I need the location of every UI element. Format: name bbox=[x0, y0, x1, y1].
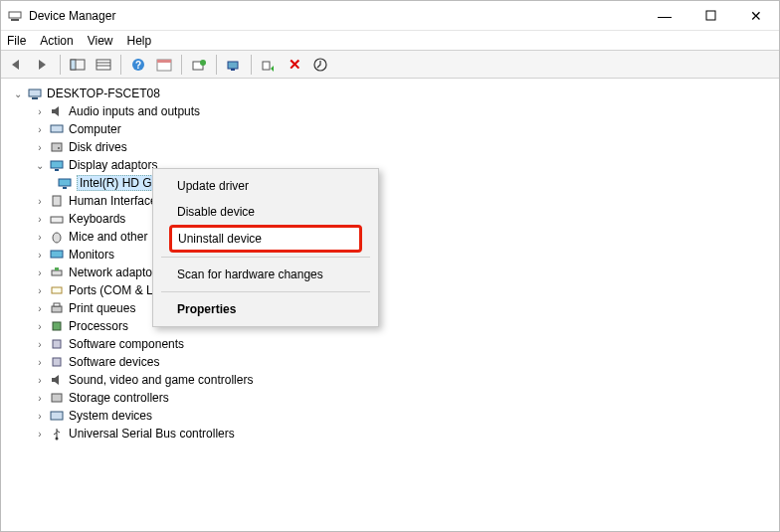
svg-rect-16 bbox=[263, 62, 270, 70]
toolbar-separator bbox=[216, 55, 217, 75]
chevron-right-icon[interactable]: › bbox=[33, 212, 47, 226]
tree-item-mice[interactable]: › Mice and other bbox=[5, 228, 779, 246]
window-controls: — ✕ bbox=[642, 1, 779, 31]
menu-file[interactable]: File bbox=[7, 34, 26, 48]
tree-item-display-adaptors[interactable]: ⌄ Display adaptors bbox=[5, 156, 779, 174]
uninstall-device-button[interactable]: ✕ bbox=[283, 54, 306, 76]
hid-icon bbox=[49, 193, 65, 209]
tree-item-hid[interactable]: › Human Interface bbox=[5, 192, 779, 210]
chevron-right-icon[interactable]: › bbox=[33, 230, 47, 244]
chevron-right-icon[interactable]: › bbox=[33, 194, 47, 208]
update-driver-button[interactable] bbox=[222, 54, 246, 76]
usb-icon bbox=[49, 426, 65, 442]
disk-icon bbox=[49, 139, 65, 155]
svg-rect-34 bbox=[52, 306, 62, 312]
tree-item-label: Mice and other bbox=[69, 230, 147, 244]
chevron-down-icon[interactable]: ⌄ bbox=[33, 158, 47, 172]
menu-view[interactable]: View bbox=[88, 34, 113, 48]
chevron-right-icon[interactable]: › bbox=[33, 409, 47, 423]
chevron-right-icon[interactable]: › bbox=[33, 355, 47, 369]
properties-button[interactable] bbox=[92, 54, 115, 76]
chevron-right-icon[interactable]: › bbox=[33, 301, 47, 315]
context-menu-separator bbox=[161, 291, 370, 292]
tree-item-label: Network adapto bbox=[69, 266, 152, 279]
tree-item-label: Software components bbox=[69, 337, 184, 351]
monitor-icon bbox=[49, 247, 65, 263]
chevron-right-icon[interactable]: › bbox=[33, 391, 47, 405]
tree-item-computer[interactable]: › Computer bbox=[5, 120, 779, 138]
toolbar-separator bbox=[181, 55, 182, 75]
help-button[interactable]: ? bbox=[126, 54, 150, 76]
svg-rect-36 bbox=[53, 322, 61, 330]
chevron-right-icon[interactable]: › bbox=[33, 122, 47, 136]
chevron-right-icon[interactable]: › bbox=[33, 373, 47, 387]
tree-item-processors[interactable]: › Processors bbox=[5, 317, 779, 335]
svg-rect-28 bbox=[51, 217, 63, 223]
chevron-down-icon[interactable]: ⌄ bbox=[11, 87, 25, 100]
ctx-update-driver[interactable]: Update driver bbox=[155, 173, 376, 199]
svg-rect-33 bbox=[52, 287, 62, 293]
chevron-right-icon[interactable]: › bbox=[33, 337, 47, 351]
tree-item-monitors[interactable]: › Monitors bbox=[5, 246, 779, 264]
tree-item-usb[interactable]: › Universal Serial Bus controllers bbox=[5, 425, 779, 443]
tree-item-label: Storage controllers bbox=[69, 391, 169, 405]
chevron-right-icon[interactable]: › bbox=[33, 319, 47, 333]
tree-item-label: Disk drives bbox=[69, 140, 127, 154]
system-icon bbox=[49, 408, 65, 424]
tree-item-intel-hd-graphics[interactable]: Intel(R) HD Graphics 510 bbox=[5, 174, 779, 192]
printer-icon bbox=[49, 300, 65, 316]
action-button[interactable] bbox=[308, 54, 332, 76]
svg-rect-40 bbox=[51, 412, 63, 420]
tree-item-disk-drives[interactable]: › Disk drives bbox=[5, 138, 779, 156]
tree-root[interactable]: ⌄ DESKTOP-FSCET08 bbox=[5, 85, 779, 102]
minimize-button[interactable]: — bbox=[642, 1, 687, 31]
svg-point-41 bbox=[56, 438, 59, 441]
svg-rect-39 bbox=[52, 394, 62, 402]
tree-item-label: Universal Serial Bus controllers bbox=[69, 427, 235, 441]
disable-device-button[interactable] bbox=[257, 54, 281, 76]
toolbar: ? ✕ bbox=[1, 51, 779, 79]
tree-item-print-queues[interactable]: › Print queues bbox=[5, 299, 779, 317]
tree-item-storage[interactable]: › Storage controllers bbox=[5, 389, 779, 407]
tree-item-software-devices[interactable]: › Software devices bbox=[5, 353, 779, 371]
tree-item-software-components[interactable]: › Software components bbox=[5, 335, 779, 353]
toolbar-separator bbox=[60, 55, 61, 75]
component-icon bbox=[49, 354, 65, 370]
component-icon bbox=[49, 336, 65, 352]
back-button[interactable] bbox=[5, 54, 29, 76]
forward-button[interactable] bbox=[31, 54, 55, 76]
tree-item-label: Software devices bbox=[69, 355, 159, 369]
svg-rect-26 bbox=[63, 187, 67, 189]
show-hide-console-button[interactable] bbox=[66, 54, 90, 76]
tree-item-audio[interactable]: › Audio inputs and outputs bbox=[5, 102, 779, 120]
calendar-button[interactable] bbox=[152, 54, 176, 76]
chevron-right-icon[interactable]: › bbox=[33, 140, 47, 154]
device-tree[interactable]: ⌄ DESKTOP-FSCET08 › Audio inputs and out… bbox=[1, 79, 779, 532]
chevron-right-icon[interactable]: › bbox=[33, 248, 47, 262]
ctx-uninstall-device[interactable]: Uninstall device bbox=[169, 225, 362, 253]
keyboard-icon bbox=[49, 211, 65, 227]
tree-item-system-devices[interactable]: › System devices bbox=[5, 407, 779, 425]
tree-item-sound[interactable]: › Sound, video and game controllers bbox=[5, 371, 779, 389]
ctx-scan-hardware[interactable]: Scan for hardware changes bbox=[155, 262, 376, 287]
storage-icon bbox=[49, 390, 65, 406]
tree-item-ports[interactable]: › Ports (COM & L bbox=[5, 281, 779, 299]
ctx-properties[interactable]: Properties bbox=[155, 296, 376, 322]
chevron-right-icon[interactable]: › bbox=[33, 266, 47, 279]
tree-item-keyboards[interactable]: › Keyboards bbox=[5, 210, 779, 228]
close-button[interactable]: ✕ bbox=[733, 1, 779, 31]
tree-item-label: Display adaptors bbox=[69, 158, 157, 172]
chevron-right-icon[interactable]: › bbox=[33, 283, 47, 297]
tree-item-network[interactable]: › Network adapto bbox=[5, 264, 779, 281]
tree-item-label: Ports (COM & L bbox=[69, 283, 153, 297]
chevron-right-icon[interactable]: › bbox=[33, 427, 47, 441]
svg-rect-38 bbox=[53, 358, 61, 366]
menu-help[interactable]: Help bbox=[127, 34, 152, 48]
ctx-disable-device[interactable]: Disable device bbox=[155, 199, 376, 225]
chevron-right-icon[interactable]: › bbox=[33, 104, 47, 118]
scan-hardware-button[interactable] bbox=[187, 54, 211, 76]
maximize-button[interactable] bbox=[687, 1, 733, 31]
svg-rect-37 bbox=[53, 340, 61, 348]
device-manager-icon bbox=[7, 8, 23, 24]
menu-action[interactable]: Action bbox=[40, 34, 73, 48]
